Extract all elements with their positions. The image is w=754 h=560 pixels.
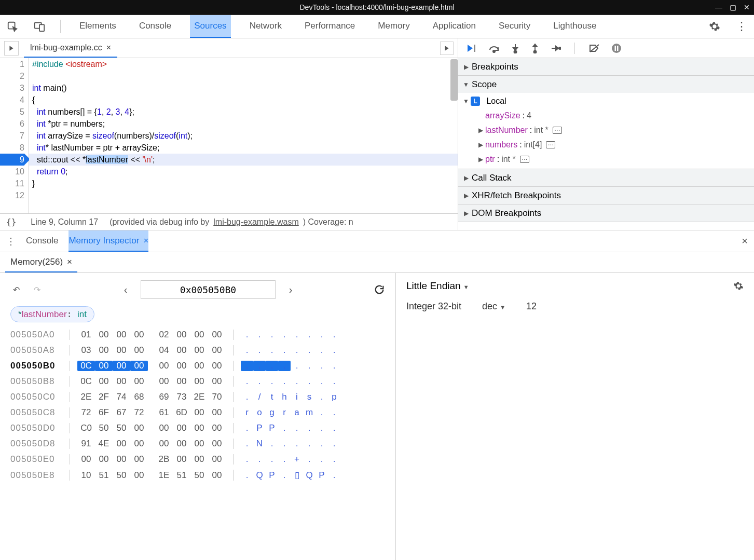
tab-elements[interactable]: Elements — [75, 15, 120, 38]
close-drawer-icon[interactable]: × — [742, 235, 748, 247]
inspect-icon[interactable] — [6, 20, 19, 33]
tab-console[interactable]: Console — [135, 15, 175, 38]
hex-grid[interactable]: 005050A00100000002000000........005050A8… — [10, 330, 385, 481]
drawer-menu-icon[interactable]: ⋮ — [6, 236, 16, 247]
svg-point-12 — [612, 44, 621, 53]
svg-point-6 — [514, 50, 517, 53]
section-dom[interactable]: ▶DOM Breakpoints — [458, 204, 754, 222]
navigator-toggle-icon[interactable] — [4, 41, 19, 56]
window-title: DevTools - localhost:4000/lmi-bug-exampl… — [299, 3, 454, 11]
drawer-tab-memory-inspector[interactable]: Memory Inspector× — [68, 230, 148, 252]
resume-icon[interactable] — [467, 44, 477, 53]
reveal-in-memory-icon[interactable] — [520, 156, 529, 163]
redo-icon[interactable]: ↷ — [31, 284, 43, 295]
hex-row[interactable]: 005050A80300000004000000........ — [10, 345, 385, 356]
memory-tab[interactable]: Memory(256)× — [5, 252, 77, 272]
repr-settings-icon[interactable] — [733, 281, 744, 291]
tab-application[interactable]: Application — [429, 15, 480, 38]
deactivate-bp-icon[interactable] — [588, 44, 600, 53]
tab-sources[interactable]: Sources — [190, 15, 230, 38]
tab-memory[interactable]: Memory — [374, 15, 414, 38]
file-tab[interactable]: lmi-bug-example.cc × — [24, 38, 117, 58]
section-scope[interactable]: ▼Scope — [458, 76, 754, 93]
hex-row[interactable]: 005050A00100000002000000........ — [10, 330, 385, 340]
hex-row[interactable]: 005050E0000000002B000000....+... — [10, 454, 385, 465]
hex-row[interactable]: 005050C02E2F746869732E70./this.p — [10, 392, 385, 402]
more-tabs-icon[interactable] — [440, 42, 454, 55]
section-xhr[interactable]: ▶XHR/fetch Breakpoints — [458, 187, 754, 204]
step-into-icon[interactable] — [511, 43, 519, 53]
endian-select[interactable]: Little Endian ▼ — [406, 280, 469, 292]
cursor-position: Line 9, Column 17 — [31, 217, 98, 227]
repr-mode-select[interactable]: dec ▼ — [482, 301, 505, 312]
svg-rect-14 — [617, 46, 619, 51]
svg-point-10 — [559, 47, 561, 49]
address-input[interactable] — [141, 280, 276, 299]
refresh-icon[interactable] — [374, 284, 385, 295]
svg-rect-13 — [615, 46, 616, 51]
svg-rect-2 — [39, 24, 44, 31]
gutter[interactable]: 12345678 9 101112 — [0, 58, 29, 213]
more-icon[interactable]: ⋮ — [735, 20, 748, 33]
code-editor[interactable]: 12345678 9 101112 #include <iostream> in… — [0, 58, 458, 213]
tab-performance[interactable]: Performance — [300, 15, 359, 38]
hex-row[interactable]: 005050E8105150001E515000.QP.▯QP. — [10, 470, 385, 481]
tab-lighthouse[interactable]: Lighthouse — [549, 15, 600, 38]
undo-icon[interactable]: ↶ — [10, 284, 22, 295]
drawer-tab-console[interactable]: Console — [26, 230, 58, 252]
main-tabbar: Elements Console Sources Network Perform… — [0, 15, 754, 38]
drawer-tabs: ⋮ Console Memory Inspector× × — [0, 230, 754, 252]
minimize-icon[interactable]: — — [715, 3, 722, 11]
section-breakpoints[interactable]: ▶Breakpoints — [458, 58, 754, 75]
tab-network[interactable]: Network — [245, 15, 286, 38]
local-badge-icon: L — [471, 97, 480, 106]
section-callstack[interactable]: ▶Call Stack — [458, 169, 754, 186]
close-icon[interactable]: ✕ — [744, 3, 750, 11]
settings-icon[interactable] — [708, 20, 721, 33]
step-out-icon[interactable] — [531, 43, 539, 53]
scrollbar-thumb[interactable] — [450, 59, 458, 101]
hex-row[interactable]: 005050B00C00000000000000........ — [10, 361, 385, 371]
title-bar: DevTools - localhost:4000/lmi-bug-exampl… — [0, 0, 754, 15]
pretty-print-icon[interactable]: {} — [6, 217, 16, 227]
scope-var[interactable]: ▶lastNumber: int * — [463, 123, 749, 138]
pause-exc-icon[interactable] — [611, 43, 622, 53]
hex-row[interactable]: 005050C8726F6772616D0000rogram.. — [10, 407, 385, 418]
hex-row[interactable]: 005050B80C00000000000000........ — [10, 376, 385, 387]
step-icon[interactable] — [551, 44, 561, 52]
svg-point-4 — [493, 50, 495, 52]
close-tab-icon[interactable]: × — [106, 43, 111, 52]
close-drawer-tab-icon[interactable]: × — [143, 236, 148, 246]
reveal-in-memory-icon[interactable] — [546, 141, 555, 148]
device-toolbar-icon[interactable] — [33, 20, 46, 33]
repr-value: 12 — [526, 301, 537, 312]
reveal-in-memory-icon[interactable] — [553, 127, 562, 134]
svg-point-8 — [534, 50, 537, 53]
step-over-icon[interactable] — [488, 44, 500, 53]
svg-rect-3 — [474, 45, 475, 52]
scope-var[interactable]: arraySize: 4 — [463, 108, 749, 123]
hex-row[interactable]: 005050D0C050500000000000.PP..... — [10, 423, 385, 433]
prev-icon[interactable]: ‹ — [120, 284, 131, 295]
scope-var[interactable]: ▶ptr: int * — [463, 152, 749, 167]
debugger-toolbar — [458, 38, 754, 58]
tab-security[interactable]: Security — [495, 15, 534, 38]
close-memory-tab-icon[interactable]: × — [67, 257, 72, 267]
scope-var[interactable]: ▶numbers: int[4] — [463, 138, 749, 152]
highlight-chip[interactable]: *lastNumber: int — [10, 306, 94, 322]
status-bar: {} Line 9, Column 17 (provided via debug… — [0, 213, 458, 230]
hex-row[interactable]: 005050D8914E000000000000.N...... — [10, 439, 385, 449]
maximize-icon[interactable]: ▢ — [730, 3, 736, 11]
scope-local[interactable]: ▼L Local — [463, 94, 749, 108]
file-name: lmi-bug-example.cc — [30, 43, 102, 52]
repr-label: Integer 32-bit — [406, 301, 461, 312]
bp-marker[interactable]: 9 — [0, 154, 24, 166]
next-icon[interactable]: › — [285, 284, 296, 295]
debug-info-link[interactable]: lmi-bug-example.wasm — [213, 217, 299, 227]
